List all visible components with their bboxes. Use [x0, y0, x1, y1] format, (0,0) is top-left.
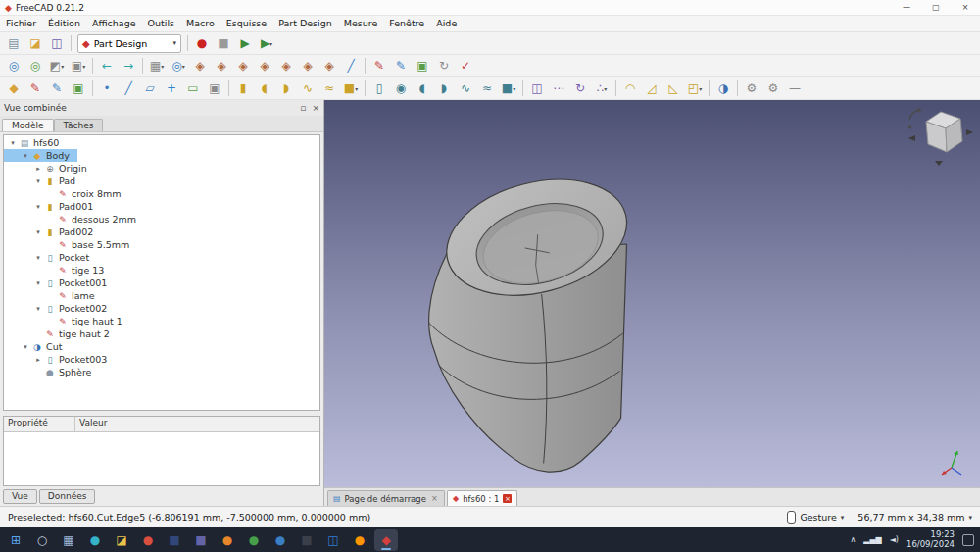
tree-item-hfs60[interactable]: ▾▤hfs60 [4, 136, 67, 149]
map-sketch-pd-button[interactable]: ▣ [68, 78, 89, 98]
view-bottom-button[interactable]: ◈ [297, 56, 318, 75]
view-right-button[interactable]: ◈ [254, 56, 275, 75]
view-left-button[interactable]: ◈ [318, 56, 340, 75]
view-front-button[interactable]: ◈ [211, 56, 232, 75]
doc-tab-hfs60-1[interactable]: ◆hfs60 : 1× [447, 490, 517, 506]
new-document-button[interactable]: ▤ [3, 33, 24, 53]
zoom-tools-button[interactable]: ◎▾ [168, 56, 189, 75]
menu-macro[interactable]: Macro [180, 16, 220, 31]
datum-point-button[interactable]: • [96, 78, 118, 98]
tree-item-pocket003[interactable]: ▸▯Pocket003 [4, 353, 115, 366]
tree-item-tige-haut-1[interactable]: ✎tige haut 1 [4, 315, 130, 327]
linear-pattern-button[interactable]: ⋯ [548, 78, 569, 98]
polar-pattern-button[interactable]: ↻ [569, 78, 591, 98]
navigation-style-selector[interactable]: Gesture ▾ [787, 511, 844, 524]
close-button[interactable]: × [951, 0, 980, 15]
draw-style-button[interactable]: ◩▾ [46, 56, 68, 75]
dimension-selector[interactable]: 56,77 mm x 34,38 mm ▾ [858, 512, 972, 523]
nav-back-button[interactable]: ← [96, 56, 118, 75]
tab-donnees[interactable]: Données [39, 489, 96, 504]
pad-button[interactable]: ▮ [232, 78, 254, 98]
views-menu-button[interactable]: ▦▾ [146, 56, 168, 75]
expander-icon[interactable]: ▾ [32, 254, 44, 262]
tab-vue[interactable]: Vue [3, 489, 37, 504]
model-3d[interactable] [324, 100, 980, 487]
clone-button[interactable]: ▣ [204, 78, 225, 98]
additive-pipe-button[interactable]: ∿ [297, 78, 318, 98]
create-sketch-button[interactable]: ✎ [368, 56, 390, 75]
shaft-wizard-button[interactable]: — [784, 78, 806, 98]
network-icon[interactable]: ▂▄▆ [863, 535, 881, 544]
expander-icon[interactable]: ▸ [32, 356, 44, 364]
appearance-button[interactable]: ▣▾ [68, 56, 89, 75]
tree-item-origin[interactable]: ▸⊕Origin [4, 162, 95, 175]
subtractive-pipe-button[interactable]: ∿ [455, 78, 476, 98]
fit-selection-button[interactable]: ◎ [24, 56, 46, 75]
taskbar-app-navy[interactable]: ■ [163, 529, 186, 551]
maximize-button[interactable]: ▢ [921, 0, 951, 15]
taskbar-app-blue[interactable]: ● [269, 529, 292, 551]
draft-button[interactable]: ◺ [662, 78, 684, 98]
menu-affichage[interactable]: Affichage [86, 16, 142, 31]
fit-all-button[interactable]: ◎ [3, 56, 24, 75]
datum-plane-button[interactable]: ▱ [139, 78, 161, 98]
menu-fichier[interactable]: Fichier [0, 16, 42, 31]
close-icon[interactable]: × [503, 494, 512, 503]
create-body-button[interactable]: ◆ [3, 78, 24, 98]
doc-tab-page-de-d-marrage[interactable]: ▤Page de démarrage× [327, 490, 445, 506]
menu-part-design[interactable]: Part Design [272, 16, 338, 31]
taskbar-app-red[interactable]: ● [136, 529, 160, 551]
shape-binder-button[interactable]: ▭ [182, 78, 204, 98]
subtractive-loft-button[interactable]: ◗ [433, 78, 455, 98]
tree-item-body[interactable]: ▾◆Body [4, 149, 77, 162]
expander-icon[interactable]: ▾ [32, 177, 44, 185]
sprocket-button[interactable]: ⚙ [741, 78, 762, 98]
taskbar-mail[interactable]: ◫ [321, 529, 345, 551]
hole-button[interactable]: ◉ [390, 78, 412, 98]
expander-icon[interactable]: ▾ [32, 305, 44, 313]
taskbar-freecad[interactable]: ◆ [374, 529, 398, 551]
taskbar-app-green[interactable]: ● [242, 529, 266, 551]
panel-header[interactable]: Vue combinée ▫ × [0, 100, 323, 116]
taskbar-app-dark[interactable]: ■ [295, 529, 318, 551]
groove-button[interactable]: ◖ [412, 78, 433, 98]
float-panel-icon[interactable]: ▫ [300, 103, 306, 113]
tree-item-pocket[interactable]: ▾▯Pocket [4, 251, 97, 264]
involute-gear-button[interactable]: ⚙ [762, 78, 784, 98]
edit-sketch-pd-button[interactable]: ✎ [46, 78, 68, 98]
workbench-selector[interactable]: ◆Part Design▾ [77, 34, 181, 53]
menu-fen-tre[interactable]: Fenêtre [383, 16, 430, 31]
expander-icon[interactable]: ▾ [7, 139, 19, 147]
thickness-button[interactable]: ◰▾ [684, 78, 706, 98]
subtractive-helix-button[interactable]: ≈ [476, 78, 498, 98]
reorient-sketch-button[interactable]: ↻ [433, 56, 455, 75]
tree-item-tige-13[interactable]: ✎tige 13 [4, 264, 112, 276]
taskbar-teams[interactable]: ■ [189, 529, 213, 551]
map-sketch-button[interactable]: ▣ [412, 56, 433, 75]
volume-icon[interactable]: ◄) [890, 535, 899, 544]
taskbar-search[interactable]: ○ [30, 529, 54, 551]
additive-primitive-button[interactable]: ■▾ [340, 78, 362, 98]
taskbar-task-view[interactable]: ▦ [57, 529, 80, 551]
create-sketch-pd-button[interactable]: ✎ [24, 78, 46, 98]
macro-debug-button[interactable]: ▶▾ [256, 33, 277, 53]
model-tree[interactable]: ▾▤hfs60▾◆Body▸⊕Origin▾▮Pad✎croix 8mm▾▮Pa… [3, 134, 320, 411]
close-panel-icon[interactable]: × [312, 103, 319, 113]
tree-item-croix-8mm[interactable]: ✎croix 8mm [4, 187, 129, 200]
macro-play-button[interactable]: ▶ [234, 33, 256, 53]
menu-esquisse[interactable]: Esquisse [220, 16, 272, 31]
tree-item-pocket001[interactable]: ▾▯Pocket001 [4, 276, 115, 289]
tree-item-pad[interactable]: ▾▮Pad [4, 175, 83, 187]
menu-aide[interactable]: Aide [430, 16, 463, 31]
expander-icon[interactable]: ▾ [32, 228, 44, 236]
tree-item-base-5-5mm[interactable]: ✎base 5.5mm [4, 238, 137, 251]
tree-item-pad002[interactable]: ▾▮Pad002 [4, 226, 101, 238]
additive-loft-button[interactable]: ◗ [275, 78, 297, 98]
taskbar-firefox[interactable]: ● [348, 529, 371, 551]
expander-icon[interactable]: ▾ [20, 152, 31, 160]
hidden-icons-chevron-icon[interactable]: ∧ [850, 535, 856, 544]
tree-item-dessous-2mm[interactable]: ✎dessous 2mm [4, 213, 144, 226]
save-document-button[interactable]: ◫ [46, 33, 68, 53]
view-rear-button[interactable]: ◈ [275, 56, 297, 75]
revolution-button[interactable]: ◖ [254, 78, 275, 98]
